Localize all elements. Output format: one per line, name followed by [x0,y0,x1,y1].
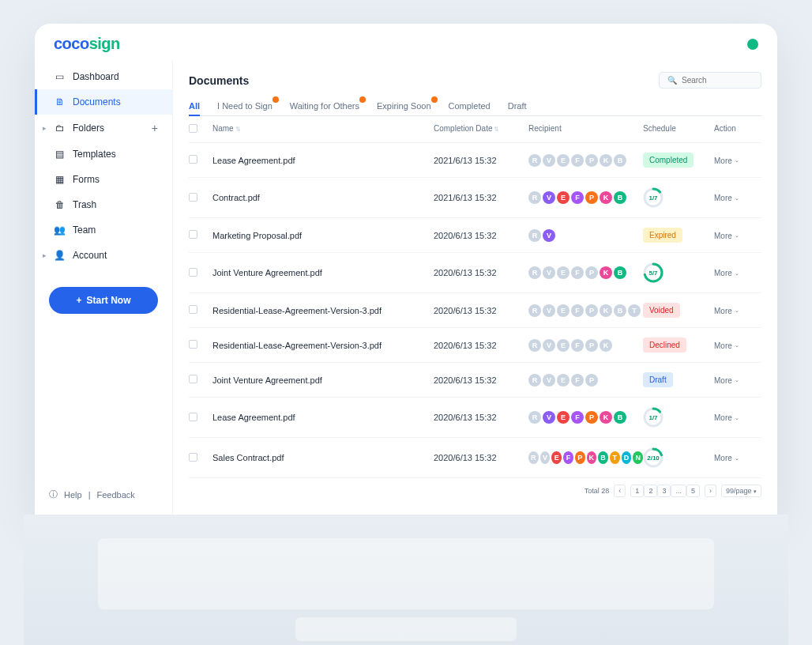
row-checkbox[interactable] [189,340,197,349]
progress-ring: 2/10 [643,447,664,468]
sidebar-item-form[interactable]: ▸▦Forms [35,167,172,192]
column-name[interactable]: Name⇅ [212,124,434,134]
more-button[interactable]: More ⌄ [714,232,739,240]
recipient-avatar: E [557,191,570,204]
document-name[interactable]: Marketing Proposal.pdf [212,231,434,240]
page-number[interactable]: 2 [644,485,657,497]
sidebar-item-document[interactable]: ▸🗎Documents [35,89,172,115]
tab-draft[interactable]: Draft [508,96,527,115]
row-checkbox[interactable] [189,413,197,421]
next-page[interactable]: › [705,485,716,497]
more-button[interactable]: More ⌄ [714,376,739,385]
row-checkbox[interactable] [189,268,197,277]
page-number[interactable]: 1 [630,485,644,497]
document-name[interactable]: Sales Contract.pdf [212,453,434,462]
recipient-avatar: F [571,411,584,424]
row-checkbox[interactable] [189,375,197,383]
chevron-down-icon: ⌄ [735,455,739,462]
per-page-select[interactable]: 99/page ▾ [721,485,761,497]
more-button[interactable]: More ⌄ [714,413,739,422]
document-name[interactable]: Joint Venture Agreement.pdf [212,375,434,385]
account-icon: 👤 [55,251,65,261]
document-name[interactable]: Joint Venture Agreement.pdf [212,268,434,277]
recipient-avatar: E [557,266,570,279]
table-row: Sales Contract.pdf2020/6/13 15:32RVEFPKB… [189,438,761,478]
recipient-avatar: K [600,154,612,167]
prev-page[interactable]: ‹ [614,485,626,497]
document-name[interactable]: Contract.pdf [212,193,434,202]
chevron-down-icon: ⌄ [735,232,739,239]
completion-date: 2020/6/13 15:32 [434,413,528,422]
sidebar-item-template[interactable]: ▸▤Templates [35,141,172,167]
recipient-avatar: T [628,304,641,317]
recipient-avatar: N [633,451,643,464]
tab-completed[interactable]: Completed [449,96,491,115]
page-number[interactable]: 3 [657,485,671,497]
start-now-button[interactable]: +Start Now [49,287,158,314]
logo: cocosign [54,35,120,53]
document-name[interactable]: Residential-Lease-Agreement-Version-3.pd… [212,341,434,350]
table-row: Residential-Lease-Agreement-Version-3.pd… [189,293,761,328]
search-box[interactable]: 🔍 [659,72,761,89]
recipient-avatar: P [585,339,598,352]
chevron-right-icon: ▸ [43,251,47,259]
document-name[interactable]: Lease Agreement.pdf [212,156,434,165]
document-icon: 🗎 [55,97,65,108]
sidebar-item-folder[interactable]: ▸🗀Folders+ [35,115,172,141]
help-link[interactable]: Help [64,490,82,500]
recipient-avatar: R [528,451,539,464]
sidebar-item-dashboard[interactable]: ▸▭Dashboard [35,64,172,89]
row-checkbox[interactable] [189,453,197,462]
more-button[interactable]: More ⌄ [714,341,739,350]
recipient-avatar: F [571,304,584,317]
select-all-checkbox[interactable] [189,124,197,133]
row-checkbox[interactable] [189,305,197,314]
recipient-avatar: B [614,411,626,424]
table-row: Lease Agreement.pdf2020/6/13 15:32RVEFPK… [189,398,761,438]
tab-i-need-to-sign[interactable]: I Need to Sign [217,96,273,115]
more-button[interactable]: More ⌄ [714,454,739,462]
more-button[interactable]: More ⌄ [714,269,739,277]
sidebar: ▸▭Dashboard▸🗎Documents▸🗀Folders+▸▤Templa… [35,61,173,515]
dashboard-icon: ▭ [55,72,65,82]
chevron-down-icon: ⌄ [735,270,739,277]
recipient-avatar: B [614,154,626,167]
row-checkbox[interactable] [189,155,197,164]
tab-waiting-for-others[interactable]: Waiting for Others [290,96,359,115]
tab-all[interactable]: All [189,96,200,115]
recipient-avatar: R [528,339,541,352]
chevron-down-icon: ⌄ [735,195,739,202]
tab-expiring-soon[interactable]: Expiring Soon [377,96,431,115]
recipient-avatar: R [528,229,541,242]
recipient-avatar: B [614,191,626,204]
sidebar-item-account[interactable]: ▸👤Account [35,243,172,268]
more-button[interactable]: More ⌄ [714,307,739,315]
folder-icon: 🗀 [55,123,65,134]
page-title: Documents [189,74,249,87]
total-count: Total 28 [585,487,610,495]
sidebar-item-team[interactable]: ▸👥Team [35,217,172,243]
help-icon: ⓘ [49,488,58,500]
recipient-avatar: R [528,154,541,167]
search-input[interactable] [682,76,753,85]
document-name[interactable]: Lease Agreement.pdf [212,413,434,422]
page-number[interactable]: 5 [686,485,700,497]
document-name[interactable]: Residential-Lease-Agreement-Version-3.pd… [212,306,434,315]
more-button[interactable]: More ⌄ [714,194,739,202]
column-date[interactable]: Completion Date⇅ [434,124,528,134]
sidebar-item-trash[interactable]: ▸🗑Trash [35,192,172,217]
row-checkbox[interactable] [189,230,197,239]
chevron-down-icon: ⌄ [735,307,739,314]
feedback-link[interactable]: Feedback [96,490,134,500]
recipient-avatar: E [557,411,570,424]
pagination: Total 28 ‹ 123...5 › 99/page ▾ [189,478,761,504]
trash-icon: 🗑 [55,200,65,210]
add-folder-icon[interactable]: + [152,122,158,134]
more-button[interactable]: More ⌄ [714,157,739,165]
recipient-avatar: V [543,191,555,204]
chevron-down-icon: ⌄ [735,157,739,164]
chevron-down-icon: ⌄ [735,415,739,421]
user-avatar[interactable] [747,39,758,50]
row-checkbox[interactable] [189,193,197,202]
recipient-avatar: P [585,411,598,424]
